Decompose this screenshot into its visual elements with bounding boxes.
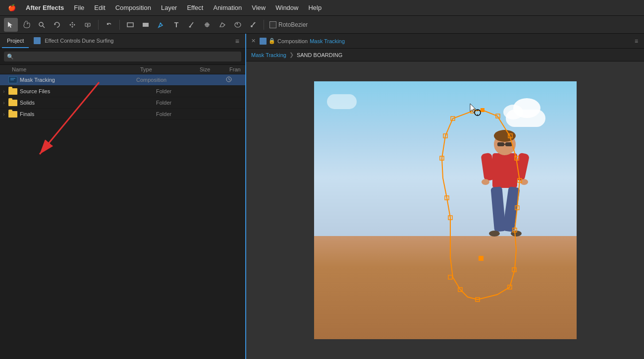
svg-line-14 [190,22,193,26]
pen-tool[interactable] [154,18,168,32]
svg-point-13 [160,22,161,24]
list-item[interactable]: › Solids Folder [0,97,245,109]
svg-rect-62 [479,256,483,261]
svg-marker-5 [71,26,73,28]
move-tool[interactable] [65,18,79,32]
svg-marker-4 [71,22,73,23]
panel-menu-btn[interactable]: ≡ [231,34,243,48]
breadcrumb-link[interactable]: Mask Tracking [251,52,286,58]
search-icon: 🔍 [7,54,14,60]
camera-down-tool[interactable] [81,18,95,32]
panel-tabs: Project Effect Controls Dune Surfing ≡ [0,34,245,49]
tab-effect-controls[interactable]: Effect Controls Dune Surfing [29,34,118,48]
mask-overlay [314,81,577,339]
svg-rect-56 [448,275,452,279]
roto-bezier-checkbox[interactable] [269,21,276,28]
list-item[interactable]: › Finals Folder [0,109,245,120]
pin-tool[interactable] [246,18,260,32]
rect-tool[interactable] [123,18,137,32]
zoom-tool[interactable] [35,18,49,32]
roto-tool[interactable] [231,18,245,32]
item-type: Folder [156,88,215,94]
list-item[interactable]: Mask Tracking Composition [0,74,245,86]
svg-marker-7 [74,24,75,26]
menu-view[interactable]: View [248,3,269,12]
menu-window[interactable]: Window [271,3,302,12]
svg-marker-0 [8,22,12,28]
item-name: Finals [20,111,156,117]
search-wrapper: 🔍 [4,52,241,61]
scene-canvas [314,81,577,339]
roto-bezier-group: RotoBezier [269,21,308,28]
col-name: Name [8,66,136,72]
toolbar-sep-2 [119,20,120,30]
comp-tab-close[interactable]: ✕ [248,34,259,48]
hand-tool[interactable] [19,18,33,32]
item-type: Composition [136,77,196,83]
svg-marker-17 [220,23,225,27]
breadcrumb-current: SAND BOARDING [297,52,342,58]
search-input[interactable] [4,52,241,61]
svg-rect-45 [481,108,484,112]
menu-edit[interactable]: Edit [90,3,109,12]
toolbar-sep-1 [98,20,99,30]
right-panel: ✕ 🔒 Composition Mask Tracking ≡ Mask Tra… [246,34,644,359]
list-item[interactable]: › Source Files Folder [0,86,245,97]
comp-panel-tabs: ✕ 🔒 Composition Mask Tracking ≡ [246,34,644,49]
lock-icon: 🔒 [268,38,275,44]
menu-composition[interactable]: Composition [111,3,155,12]
tab-project[interactable]: Project [2,34,29,48]
comp-icon [8,76,18,84]
project-tab-label: Project [7,38,24,44]
app-name[interactable]: After Effects [22,3,68,12]
comp-viewer[interactable] [246,61,644,359]
item-name: Mask Tracking [20,77,136,83]
folder-icon [8,87,18,95]
table-header: Name Type Size Fran [0,65,245,74]
main-area: Project Effect Controls Dune Surfing ≡ 🔍… [0,34,644,359]
menu-effect[interactable]: Effect [183,3,207,12]
comp-tab-icon [260,38,267,45]
comp-tab[interactable]: 🔒 Composition Mask Tracking [260,34,345,48]
toolbar-sep-3 [264,20,264,30]
comp-name-label: Mask Tracking [310,38,345,44]
svg-line-27 [229,79,230,80]
effect-controls-label: Effect Controls Dune Surfing [45,38,113,44]
menu-help[interactable]: Help [304,3,325,12]
toolbar: T RotoBezier [0,16,644,34]
svg-point-1 [39,22,43,26]
svg-rect-12 [143,23,149,27]
expand-btn[interactable]: › [0,89,8,94]
rotate-tool[interactable] [50,18,64,32]
brush-tool[interactable] [185,18,199,32]
apple-menu[interactable]: 🍎 [4,3,20,12]
menu-layer[interactable]: Layer [157,3,181,12]
item-type: Folder [156,111,215,117]
menu-animation[interactable]: Animation [209,3,246,12]
shape-tool[interactable] [139,18,153,32]
expand-btn[interactable]: › [0,100,8,106]
col-type: Type [136,66,196,72]
text-tool[interactable]: T [169,18,183,32]
selection-tool[interactable] [4,18,18,32]
comp-panel-menu[interactable]: ≡ [631,34,642,48]
svg-rect-8 [72,24,73,25]
composition-word: Composition [277,38,308,44]
project-search-area: 🔍 [0,49,245,65]
svg-point-9 [87,24,89,25]
eraser-tool[interactable] [215,18,229,32]
breadcrumb: Mask Tracking ❯ SAND BOARDING [246,49,644,61]
item-type: Folder [156,100,215,106]
project-items-list: Mask Tracking Composition › Source Files… [0,74,245,359]
svg-marker-6 [69,24,71,26]
undo-tool[interactable] [102,18,116,32]
cursor-indicator [470,104,481,116]
left-panel: Project Effect Controls Dune Surfing ≡ 🔍… [0,34,246,359]
effect-tab-icon [34,37,41,44]
menu-file[interactable]: File [70,3,88,12]
menu-bar: 🍎 After Effects File Edit Composition La… [0,0,644,16]
item-name: Source Files [20,88,156,94]
expand-btn[interactable]: › [0,112,8,117]
clone-tool[interactable] [200,18,214,32]
folder-icon [8,99,18,107]
